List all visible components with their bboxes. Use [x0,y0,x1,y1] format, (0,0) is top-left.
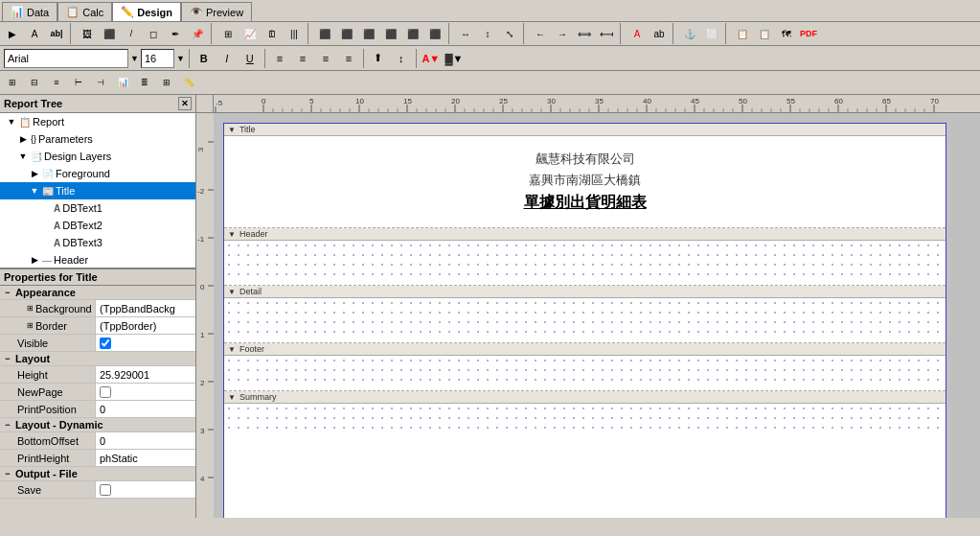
rect-btn[interactable]: ⬛ [99,23,120,44]
size-height-btn[interactable]: ↕ [477,23,498,44]
ruler-btn[interactable]: 📏 [178,72,199,93]
prop-value-printposition[interactable]: 0 [96,401,195,417]
prop-value-background[interactable]: (TppBandBackg [96,300,195,316]
align-mid-btn[interactable]: ⬛ [402,23,423,44]
font-name-dropdown-btn[interactable]: ▼ [130,54,139,63]
align-c-btn[interactable]: ≡ [46,72,67,93]
newpage-checkbox[interactable] [100,386,111,398]
align-mid-text-btn[interactable]: ↕ [391,49,412,68]
table-btn[interactable]: ⊞ [217,23,239,44]
align-top-btn[interactable]: ⬛ [380,23,401,44]
italic-btn[interactable]: I [217,49,238,68]
prop-value-save[interactable] [96,481,195,498]
prop-section-appearance-header[interactable]: − Appearance [0,286,195,300]
map-btn[interactable]: 🗺 [776,23,797,44]
tree-item-dbtext1[interactable]: ▶ A DBText1 [0,199,195,217]
space-h-btn[interactable]: ⟺ [574,23,595,44]
report-tree-panel[interactable]: ▼ 📋 Report ▶ {} Parameters ▼ 📑 Design La… [0,113,195,268]
tree-item-title[interactable]: ▼ 📰 Title [0,182,195,199]
align-right-btn[interactable]: ⬛ [358,23,379,44]
nudge-left-btn[interactable]: ← [530,23,551,44]
size-both-btn[interactable]: ⤡ [499,23,520,44]
tab-design[interactable]: ✏️ Design [112,2,181,21]
outdent-btn[interactable]: ⊣ [90,72,111,93]
text-tool-btn[interactable]: A [24,23,45,44]
tree-item-parameters[interactable]: ▶ {} Parameters [0,130,195,148]
prop-value-border[interactable]: (TppBorder) [96,317,195,334]
prop-section-layout-header[interactable]: − Layout [0,352,195,366]
tab-data[interactable]: 📊 Data [2,2,57,21]
prop-value-bottomoffset[interactable]: 0 [96,432,195,449]
tree-item-dbtext2[interactable]: ▶ A DBText2 [0,217,195,234]
align-left-btn[interactable]: ⬛ [314,23,335,44]
pin-btn[interactable]: 📌 [187,23,208,44]
align-bottom-btn[interactable]: ⬛ [424,23,445,44]
save-checkbox[interactable] [100,484,111,496]
tree-item-dbtext3[interactable]: ▶ A DBText3 [0,234,195,251]
tree-toggle-foreground[interactable]: ▶ [29,168,40,179]
shape-btn[interactable]: ◻ [143,23,164,44]
font-size-input[interactable] [141,49,174,68]
indent-btn[interactable]: ⊢ [68,72,89,93]
tree-toggle-report[interactable]: ▼ [6,116,17,128]
underline-btn[interactable]: U [239,49,261,68]
tree-item-design-layers[interactable]: ▼ 📑 Design Layers [0,148,195,165]
align-right-text-btn[interactable]: ≡ [315,49,336,68]
align-center-text-btn[interactable]: ≡ [292,49,313,68]
align-l-btn[interactable]: ⊟ [24,72,45,93]
barcode-btn[interactable]: ||| [284,23,305,44]
color-btn[interactable]: A [627,23,648,44]
space-v-btn[interactable]: ⟻ [596,23,617,44]
tree-toggle-parameters[interactable]: ▶ [17,133,29,145]
visible-checkbox[interactable] [100,338,111,349]
report-tree-close-btn[interactable]: ✕ [178,97,192,110]
size-width-btn[interactable]: ↔ [455,23,476,44]
band-title-header[interactable]: ▼ Title [224,124,946,136]
align-top-text-btn[interactable]: ⬆ [368,49,389,68]
chart2-btn[interactable]: 📊 [112,72,133,93]
anchor-btn[interactable]: ⚓ [679,23,700,44]
prop-value-printheight[interactable]: phStatic [96,450,195,466]
select-tool-btn[interactable]: ▶ [2,23,23,44]
border-btn[interactable]: ⬜ [701,23,722,44]
band-summary-header[interactable]: ▼ Summary [224,391,946,404]
pen-btn[interactable]: ✒ [165,23,186,44]
dbtext-tool-btn[interactable]: ab| [46,23,67,44]
tree-item-report[interactable]: ▼ 📋 Report [0,113,195,130]
copy-format-btn[interactable]: 📋 [732,23,753,44]
font-size-dropdown-btn[interactable]: ▼ [176,54,185,63]
prop-value-newpage[interactable] [96,384,195,400]
align-justify-text-btn[interactable]: ≡ [338,49,359,68]
band-footer-header[interactable]: ▼ Footer [224,343,946,356]
tab-preview[interactable]: 👁️ Preview [181,2,252,21]
zoom-in-btn[interactable]: ⊞ [2,72,23,93]
tree-toggle-title[interactable]: ▼ [29,185,40,197]
band-header-header[interactable]: ▼ Header [224,228,946,241]
prop-value-height[interactable]: 25.929001 [96,366,195,383]
highlight-btn[interactable]: ab [649,23,670,44]
tree-item-header[interactable]: ▶ — Header [0,251,195,268]
grid-btn[interactable]: ⊞ [156,72,177,93]
font-name-input[interactable] [4,49,128,68]
line-btn[interactable]: / [121,23,142,44]
align-left-text-btn[interactable]: ≡ [269,49,290,68]
design-surface[interactable]: ▼ Title 飆慧科技有限公司 嘉興市南湖區大橋鎮 單據別出貨明細表 ▼ [214,113,980,518]
calendar-btn[interactable]: 🗓 [262,23,283,44]
highlight-color-btn[interactable]: ▓▼ [444,49,465,68]
tree-toggle-header[interactable]: ▶ [29,254,40,266]
prop-section-output-header[interactable]: − Output - File [0,467,195,481]
bold-btn[interactable]: B [194,49,215,68]
chart-btn[interactable]: 📈 [239,23,261,44]
nudge-right-btn[interactable]: → [552,23,573,44]
paste-format-btn[interactable]: 📋 [754,23,775,44]
font-color-btn[interactable]: A▼ [421,49,442,68]
align-center-h-btn[interactable]: ⬛ [336,23,357,44]
prop-section-layout-dynamic-header[interactable]: − Layout - Dynamic [0,418,195,432]
tab-calc[interactable]: 📋 Calc [57,2,112,21]
prop-value-visible[interactable] [96,335,195,351]
image-btn[interactable]: 🖼 [77,23,98,44]
pdf-btn[interactable]: PDF [798,23,819,44]
list-btn[interactable]: ≣ [134,72,155,93]
tree-item-foreground[interactable]: ▶ 📄 Foreground [0,165,195,182]
canvas-area[interactable]: -5 0 5 [196,95,980,518]
